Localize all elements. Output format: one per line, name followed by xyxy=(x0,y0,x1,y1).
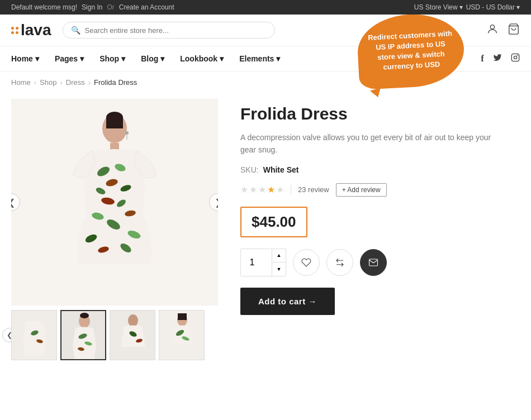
svg-rect-40 xyxy=(178,313,187,320)
nav-blog[interactable]: Blog ▾ xyxy=(141,46,164,71)
product-gallery: ❮ xyxy=(11,99,218,360)
user-icon[interactable] xyxy=(486,23,499,38)
top-bar: Default welcome msg! Sign In Or Create a… xyxy=(0,0,531,15)
instagram-icon[interactable] xyxy=(511,53,520,64)
product-title: Frolida Dress xyxy=(240,104,520,123)
chevron-down-icon: ▾ xyxy=(220,54,224,63)
search-icon: 🔍 xyxy=(71,26,80,35)
nav-shop[interactable]: Shop ▾ xyxy=(99,46,125,71)
chevron-down-icon: ▾ xyxy=(160,54,164,63)
breadcrumb-dress[interactable]: Dress xyxy=(66,78,85,87)
logo[interactable]: lava xyxy=(11,21,51,39)
action-row: ▲ ▼ xyxy=(240,249,520,276)
chevron-down-icon: ▾ xyxy=(516,3,520,11)
sku-label: SKU: xyxy=(240,165,259,174)
chevron-down-icon: ▾ xyxy=(276,54,280,63)
add-to-cart-button[interactable]: Add to cart → xyxy=(240,288,335,315)
svg-point-8 xyxy=(125,131,129,135)
breadcrumb-current: Frolida Dress xyxy=(94,78,137,87)
breadcrumb-sep: › xyxy=(60,78,62,87)
product-area: ❮ xyxy=(0,93,531,383)
price-box: $45.00 xyxy=(240,207,307,237)
svg-point-30 xyxy=(80,313,89,318)
quantity-down-button[interactable]: ▼ xyxy=(272,262,286,276)
breadcrumb-sep: › xyxy=(34,78,36,87)
logo-dots xyxy=(11,27,18,34)
breadcrumb-sep: › xyxy=(88,78,91,87)
product-details: Frolida Dress A decompression valve allo… xyxy=(240,99,520,360)
product-description: A decompression valve allows you to get … xyxy=(240,131,509,156)
add-review-button[interactable]: + Add review xyxy=(336,183,387,197)
rating-divider xyxy=(291,185,291,195)
chevron-down-icon: ▾ xyxy=(121,54,125,63)
star-2: ★ xyxy=(249,184,257,195)
search-input[interactable] xyxy=(85,26,267,35)
breadcrumb-shop[interactable]: Shop xyxy=(40,78,56,87)
compare-button[interactable] xyxy=(326,249,353,276)
thumbnail-4[interactable] xyxy=(159,310,205,360)
currency-selector[interactable]: USD - US Dollar ▾ xyxy=(466,3,520,11)
svg-point-3 xyxy=(514,56,516,59)
chevron-down-icon: ▾ xyxy=(35,54,39,63)
nav-lookbook[interactable]: Lookbook ▾ xyxy=(180,46,224,71)
product-price: $45.00 xyxy=(252,213,296,230)
star-1: ★ xyxy=(240,184,248,195)
chevron-down-icon: ▾ xyxy=(80,54,84,63)
review-count: 23 review xyxy=(298,185,329,194)
header-icons xyxy=(486,23,520,38)
nav-pages[interactable]: Pages ▾ xyxy=(55,46,84,71)
create-account-link[interactable]: Create an Account xyxy=(119,3,174,11)
thumbnail-strip: ❮ xyxy=(11,310,218,360)
nav-social: f xyxy=(481,53,520,64)
nav-elements[interactable]: Elements ▾ xyxy=(239,46,280,71)
facebook-icon[interactable]: f xyxy=(481,53,484,64)
star-rating: ★ ★ ★ ★ ★ xyxy=(240,184,284,195)
breadcrumb-home[interactable]: Home xyxy=(11,78,31,87)
dress-illustration xyxy=(48,107,182,297)
nav-home[interactable]: Home ▾ xyxy=(11,46,39,71)
svg-point-4 xyxy=(517,55,518,56)
thumbnail-3[interactable] xyxy=(110,310,155,360)
rating-row: ★ ★ ★ ★ ★ 23 review + Add review xyxy=(240,183,520,197)
chevron-down-icon: ▾ xyxy=(459,3,463,11)
top-bar-right: US Store View ▾ USD - US Dollar ▾ xyxy=(414,3,520,11)
main-product-image: ❮ xyxy=(11,99,218,306)
signin-link[interactable]: Sign In xyxy=(82,3,102,11)
svg-point-35 xyxy=(128,314,138,327)
store-view-selector[interactable]: US Store View ▾ xyxy=(414,3,463,11)
sku-value: White Set xyxy=(263,165,299,174)
quantity-up-button[interactable]: ▲ xyxy=(272,249,286,262)
email-button[interactable] xyxy=(360,249,387,276)
star-4: ★ xyxy=(267,184,275,195)
svg-rect-7 xyxy=(106,117,123,128)
or-separator: Or xyxy=(107,3,114,11)
quantity-selector[interactable]: ▲ ▼ xyxy=(240,249,286,276)
welcome-message: Default welcome msg! xyxy=(11,3,77,11)
thumbnail-1[interactable] xyxy=(11,310,57,360)
svg-point-0 xyxy=(490,25,494,28)
star-5: ★ xyxy=(276,184,284,195)
wishlist-button[interactable] xyxy=(293,249,320,276)
svg-rect-2 xyxy=(511,54,519,61)
search-bar[interactable]: 🔍 xyxy=(63,22,275,39)
product-image-placeholder xyxy=(11,99,218,306)
cart-icon[interactable] xyxy=(508,23,520,38)
quantity-input[interactable] xyxy=(241,249,272,276)
star-3: ★ xyxy=(258,184,266,195)
sku-row: SKU: White Set xyxy=(240,165,520,174)
twitter-icon[interactable] xyxy=(493,53,502,64)
thumbnail-2[interactable] xyxy=(60,310,106,360)
breadcrumb: Home › Shop › Dress › Frolida Dress xyxy=(0,71,531,93)
quantity-buttons: ▲ ▼ xyxy=(272,249,286,276)
header: lava 🔍 Redirect customers with US IP add… xyxy=(0,15,531,46)
logo-text: lava xyxy=(21,21,51,39)
